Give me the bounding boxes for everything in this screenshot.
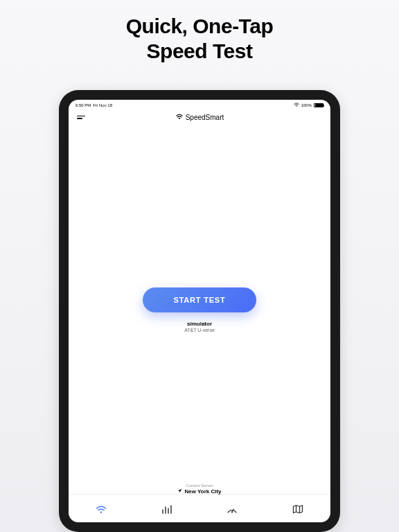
location-arrow-icon — [177, 488, 182, 495]
status-bar: 6:50 PM Fri Nov 18 100% — [69, 100, 330, 109]
bars-icon — [161, 503, 173, 515]
app-name: SpeedSmart — [186, 114, 224, 121]
status-time: 6:50 PM — [76, 103, 91, 107]
app-logo: SpeedSmart — [175, 113, 224, 121]
status-bar-left: 6:50 PM Fri Nov 18 — [76, 103, 112, 107]
network-name: simulator — [184, 321, 215, 327]
tab-speed[interactable] — [69, 503, 134, 515]
battery-icon — [314, 103, 323, 107]
network-info[interactable]: simulator AT&T U-verse — [184, 321, 215, 332]
marketing-headline: Quick, One-Tap Speed Test — [0, 0, 399, 64]
map-icon — [292, 503, 304, 515]
headline-line1: Quick, One-Tap — [0, 14, 399, 39]
main-content: START TEST simulator AT&T U-verse — [69, 125, 330, 494]
svg-point-2 — [100, 511, 102, 513]
server-city: New York City — [184, 488, 221, 495]
tab-map[interactable] — [265, 503, 331, 515]
headline-line2: Speed Test — [0, 39, 399, 64]
tab-bar — [69, 494, 330, 522]
wifi-signal-icon — [294, 103, 299, 107]
status-battery-percent: 100% — [301, 103, 312, 107]
status-date: Fri Nov 18 — [93, 103, 112, 107]
tablet-screen: 6:50 PM Fri Nov 18 100% — [69, 100, 330, 522]
server-info[interactable]: Current Server New York City — [69, 484, 330, 495]
svg-point-0 — [296, 105, 296, 106]
wifi-icon — [95, 503, 107, 515]
server-label: Current Server — [69, 484, 330, 488]
network-isp: AT&T U-verse — [184, 328, 215, 332]
server-name: New York City — [69, 488, 330, 495]
menu-icon[interactable] — [77, 116, 85, 119]
svg-point-1 — [179, 118, 180, 119]
start-test-button[interactable]: START TEST — [143, 287, 256, 312]
tab-history[interactable] — [134, 503, 200, 515]
status-bar-right: 100% — [294, 103, 323, 107]
gauge-icon — [226, 503, 238, 515]
app-header: SpeedSmart — [69, 109, 330, 125]
svg-point-8 — [231, 512, 233, 513]
tablet-device-frame: 6:50 PM Fri Nov 18 100% — [59, 90, 340, 532]
logo-wifi-icon — [175, 113, 184, 121]
tab-tools[interactable] — [200, 503, 265, 515]
